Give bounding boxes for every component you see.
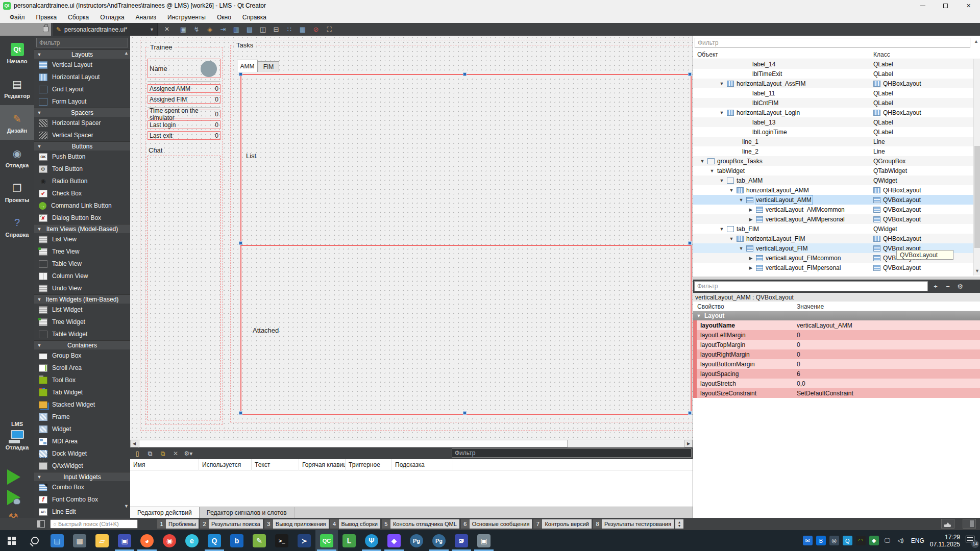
adjust-size-icon[interactable]: ⛶: [324, 24, 335, 35]
widget-item-mdi-area[interactable]: MDI Area: [34, 435, 130, 447]
trainee-name-row[interactable]: Name: [148, 59, 220, 78]
object-row-tab_AMM[interactable]: ▼tab_AMMQWidget: [693, 176, 973, 185]
action-column-Имя[interactable]: Имя: [130, 459, 199, 470]
editor-tab-Редактор действий[interactable]: Редактор действий: [130, 507, 200, 518]
left-sidebar-toggle-icon[interactable]: [37, 520, 45, 528]
obsidian-icon[interactable]: ◆: [383, 530, 405, 551]
widget-item-check-box[interactable]: ✔Check Box: [34, 187, 130, 199]
mode-item-Справка[interactable]: ?Справка: [0, 209, 34, 244]
fork-app-icon[interactable]: Ψ: [360, 530, 383, 551]
tree-expand-icon[interactable]: ▼: [709, 168, 715, 173]
trainee-row-4[interactable]: Last exit0: [148, 131, 220, 140]
object-inspector-filter-input[interactable]: Фильтр: [695, 38, 970, 48]
action-column-Подсказка[interactable]: Подсказка: [392, 459, 453, 470]
close-document-button[interactable]: ✕: [162, 24, 172, 34]
object-row-groupBox_Tasks[interactable]: ▼groupBox_TasksQGroupBox: [693, 156, 973, 166]
layout-vertically-icon[interactable]: ▤: [244, 24, 255, 35]
tray-q-icon[interactable]: Q: [843, 536, 852, 545]
widget-item-tab-widget[interactable]: Tab Widget: [34, 386, 130, 398]
tree-expand-icon[interactable]: ▼: [738, 197, 744, 203]
widget-item-widget[interactable]: Widget: [34, 423, 130, 435]
menu-item-0[interactable]: Файл: [4, 14, 31, 21]
delete-action-icon[interactable]: ✕: [170, 449, 181, 458]
widget-item-undo-view[interactable]: Undo View: [34, 282, 130, 294]
mail-app-icon[interactable]: b: [226, 530, 248, 551]
cmd-icon[interactable]: >_: [271, 530, 293, 551]
widget-item-grid-layout[interactable]: Grid Layout: [34, 83, 130, 95]
object-row-line_1[interactable]: line_1Line: [693, 137, 973, 146]
output-pane-1[interactable]: 1Проблемы: [157, 519, 199, 529]
widget-item-column-view[interactable]: Column View: [34, 270, 130, 282]
property-editor-filter-input[interactable]: Фильтр: [694, 281, 928, 291]
widget-item-line-edit[interactable]: ABLine Edit: [34, 506, 130, 518]
presentation-app-icon[interactable]: ▤: [46, 530, 68, 551]
property-row-layoutSpacing[interactable]: layoutSpacing6: [693, 369, 980, 379]
property-row-layoutLeftMargin[interactable]: layoutLeftMargin0: [693, 330, 980, 340]
object-row-verticalLayout_FIMpersonal[interactable]: ▶verticalLayout_FIMpersonalQVBoxLayout: [693, 263, 973, 272]
edit-buddies-icon[interactable]: ◈: [204, 24, 215, 35]
widget-item-horizontal-layout[interactable]: Horizontal Layout: [34, 71, 130, 83]
object-row-lblLoginTime[interactable]: lblLoginTimeQLabel: [693, 127, 973, 137]
object-row-horizontalLayout_Login[interactable]: ▼horizontalLayout_LoginQHBoxLayout: [693, 108, 973, 117]
inspector-scroll-down-icon[interactable]: ▼: [974, 268, 980, 276]
tree-expand-icon[interactable]: ▼: [719, 81, 725, 86]
widget-item-frame[interactable]: Frame: [34, 411, 130, 423]
tree-collapse-icon[interactable]: ▶: [748, 207, 754, 212]
widget-item-dialog-button-box[interactable]: ✘Dialog Button Box: [34, 212, 130, 224]
property-row-layoutTopMargin[interactable]: layoutTopMargin0: [693, 340, 980, 349]
qt-creator-taskbar-icon[interactable]: QC: [315, 530, 338, 551]
layout-horizontally-icon[interactable]: ▥: [231, 24, 242, 35]
maximize-button[interactable]: [934, 0, 957, 11]
property-row-layoutRightMargin[interactable]: layoutRightMargin0: [693, 349, 980, 359]
scroll-left-icon[interactable]: ◀: [130, 440, 138, 447]
widget-item-tree-view[interactable]: Tree View: [34, 245, 130, 258]
object-row-verticalLayout_AMMpersonal[interactable]: ▶verticalLayout_AMMpersonalQVBoxLayout: [693, 214, 973, 224]
object-row-horizontalLayout_AssFIM[interactable]: ▼horizontalLayout_AssFIMQHBoxLayout: [693, 79, 973, 88]
close-button[interactable]: ✕: [957, 0, 980, 11]
widget-item-horizontal-spacer[interactable]: Horizontal Spacer: [34, 117, 130, 129]
output-pane-2[interactable]: 2Результаты поиска: [200, 519, 263, 529]
output-pane-6[interactable]: 6Основные сообщения: [461, 519, 532, 529]
selection-handle[interactable]: [463, 411, 467, 415]
canvas-horizontal-scrollbar[interactable]: ◀ ▶: [130, 439, 693, 447]
menu-item-2[interactable]: Сборка: [62, 14, 94, 21]
notification-center-icon[interactable]: 14: [965, 535, 978, 547]
tray-volume-icon[interactable]: ◁): [896, 536, 905, 545]
edit-tab-order-icon[interactable]: ⇥: [217, 24, 229, 35]
edge-icon[interactable]: e: [181, 530, 203, 551]
layout-vertical-splitter-icon[interactable]: ⊟: [271, 24, 282, 35]
menu-item-6[interactable]: Окно: [211, 14, 237, 21]
firefox-icon[interactable]: ◕: [136, 530, 158, 551]
output-pane-7[interactable]: 7Контроль версий: [533, 519, 592, 529]
add-property-icon[interactable]: +: [930, 281, 941, 291]
object-row-horizontalLayout_AMM[interactable]: ▼horizontalLayout_AMMQHBoxLayout: [693, 185, 973, 195]
floppy-app-icon[interactable]: ▣: [113, 530, 136, 551]
widget-item-vertical-spacer[interactable]: Vertical Spacer: [34, 129, 130, 141]
remote-desktop-icon[interactable]: 🖳: [450, 530, 473, 551]
menu-item-4[interactable]: Анализ: [130, 14, 162, 21]
widget-item-table-widget[interactable]: Table Widget: [34, 328, 130, 340]
widget-item-vertical-layout[interactable]: Vertical Layout: [34, 59, 130, 71]
tray-network-icon[interactable]: 🖵: [883, 536, 892, 545]
calculator-icon[interactable]: ▦: [68, 530, 91, 551]
remove-property-icon[interactable]: −: [943, 281, 953, 291]
configure-property-icon[interactable]: ⚙: [955, 281, 965, 291]
tree-collapse-icon[interactable]: ▶: [748, 217, 754, 222]
menu-item-3[interactable]: Отладка: [94, 14, 130, 21]
widget-item-tool-button[interactable]: ⚙Tool Button: [34, 163, 130, 175]
menu-item-1[interactable]: Правка: [31, 14, 63, 21]
widget-item-tree-widget[interactable]: Tree Widget: [34, 316, 130, 328]
layout-grid-icon[interactable]: ▦: [297, 24, 308, 35]
trainee-row-2[interactable]: Time spent on the simulator0: [148, 110, 220, 118]
mode-item-Отладка[interactable]: ◉Отладка: [0, 140, 34, 174]
mode-item-Дизайн[interactable]: ✎Дизайн: [0, 105, 34, 140]
widget-item-list-widget[interactable]: List Widget: [34, 304, 130, 316]
language-indicator[interactable]: ENG: [911, 537, 924, 544]
action-column-Горячая клавиш[interactable]: Горячая клавиш: [299, 459, 346, 470]
widget-category-Input Widgets[interactable]: ▼Input Widgets: [34, 472, 130, 481]
trainee-row-0[interactable]: Assigned AMM0: [148, 84, 220, 93]
widget-category-Layouts[interactable]: ▼Layouts: [34, 49, 130, 59]
inspector-scrollbar-thumb[interactable]: [974, 146, 980, 248]
widget-box-scroll-down-icon[interactable]: ▼: [124, 504, 129, 509]
widget-box-scroll-up-icon[interactable]: ▲: [124, 51, 129, 56]
